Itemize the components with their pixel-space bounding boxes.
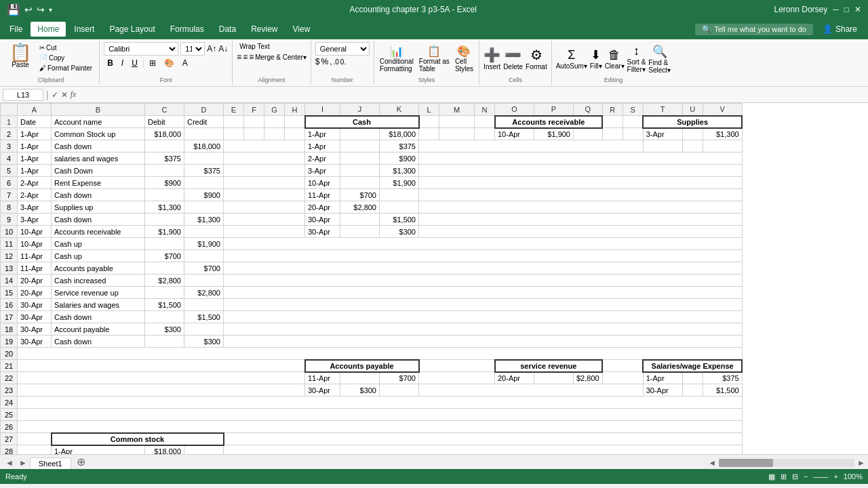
col-header-e[interactable]: E — [224, 104, 244, 116]
cell-b3[interactable]: Cash down — [52, 140, 145, 152]
col-header-j[interactable]: J — [340, 104, 380, 116]
fill-color-button[interactable]: 🎨 — [161, 57, 178, 69]
cell-s1[interactable] — [623, 116, 643, 128]
cell-d18[interactable] — [184, 323, 224, 336]
font-name-select[interactable]: Calibri — [104, 42, 178, 56]
cell-b7[interactable]: Cash down — [52, 189, 145, 201]
cell-v23[interactable]: $1,500 — [703, 384, 742, 396]
scroll-right-btn[interactable]: ► — [857, 458, 865, 468]
cell-d12[interactable] — [184, 250, 224, 262]
cell-g2[interactable] — [264, 128, 285, 140]
cell-c15[interactable] — [145, 287, 184, 299]
cell-a18[interactable]: 30-Apr — [18, 323, 52, 336]
col-header-g[interactable]: G — [264, 104, 285, 116]
cell-d15[interactable]: $2,800 — [184, 287, 224, 299]
cell-b2[interactable]: Common Stock up — [52, 128, 145, 140]
cell-i7[interactable]: 11-Apr — [305, 189, 340, 201]
cell-a3[interactable]: 1-Apr — [18, 140, 52, 152]
cell-d5[interactable]: $375 — [184, 165, 224, 177]
merge-center-btn[interactable]: Merge & Center▾ — [255, 54, 307, 61]
cell-k4[interactable]: $900 — [380, 152, 419, 165]
cell-i23[interactable]: 30-Apr — [305, 384, 340, 396]
row-num-18[interactable]: 18 — [1, 323, 18, 336]
font-size-select[interactable]: 11 — [180, 42, 205, 56]
view-layout-btn[interactable]: ⊞ — [781, 472, 787, 481]
cell-q2[interactable] — [574, 128, 603, 140]
cell-e2[interactable] — [224, 128, 244, 140]
zoom-slider[interactable]: —— — [813, 472, 828, 481]
cell-a9[interactable]: 3-Apr — [18, 214, 52, 226]
cell-j22[interactable] — [340, 372, 380, 384]
col-header-m[interactable]: M — [439, 104, 475, 116]
cell-b5[interactable]: Cash Down — [52, 165, 145, 177]
cell-p22[interactable] — [534, 372, 574, 384]
cell-d1[interactable]: Credit — [184, 116, 224, 128]
cell-l1[interactable] — [419, 116, 439, 128]
comma-btn[interactable]: , — [330, 57, 332, 66]
row-num-10[interactable]: 10 — [1, 226, 18, 238]
undo-btn[interactable]: ↩ — [24, 4, 33, 15]
name-box[interactable] — [3, 89, 43, 101]
cell-k6[interactable]: $1,900 — [380, 177, 419, 189]
cell-j10[interactable] — [340, 226, 380, 238]
cell-c12[interactable]: $700 — [145, 250, 184, 262]
cell-t23[interactable]: 30-Apr — [643, 384, 682, 396]
row-num-9[interactable]: 9 — [1, 214, 18, 226]
cell-d9[interactable]: $1,300 — [184, 214, 224, 226]
currency-btn[interactable]: $ — [315, 57, 320, 66]
cell-k7[interactable] — [380, 189, 419, 201]
cut-button[interactable]: ✂ Cut — [37, 43, 95, 52]
menu-item-data[interactable]: Data — [212, 22, 243, 37]
cell-f1[interactable] — [244, 116, 264, 128]
cell-k2[interactable]: $18,000 — [380, 128, 419, 140]
format-cells-btn[interactable]: ⚙ Format — [526, 47, 547, 70]
menu-item-insert[interactable]: Insert — [67, 22, 101, 37]
cell-i21-ap[interactable]: Accounts payable — [305, 360, 419, 372]
cell-r1[interactable] — [602, 116, 623, 128]
cell-h2[interactable] — [285, 128, 305, 140]
cell-a2[interactable]: 1-Apr — [18, 128, 52, 140]
sort-filter-btn[interactable]: ↕ Sort &Filter▾ — [627, 44, 646, 73]
menu-item-page-layout[interactable]: Page Layout — [102, 22, 161, 37]
cell-c8[interactable]: $1,300 — [145, 201, 184, 214]
row-num-22[interactable]: 22 — [1, 372, 18, 384]
font-color-button[interactable]: A — [179, 57, 191, 69]
share-btn[interactable]: 👤 Share — [814, 22, 865, 37]
cell-t2[interactable]: 3-Apr — [643, 128, 682, 140]
cell-c13[interactable] — [145, 262, 184, 274]
cell-u23[interactable] — [682, 384, 703, 396]
cell-c5[interactable] — [145, 165, 184, 177]
cell-b17[interactable]: Cash down — [52, 311, 145, 323]
row-num-11[interactable]: 11 — [1, 238, 18, 250]
cell-d19[interactable]: $300 — [184, 336, 224, 348]
col-header-q[interactable]: Q — [574, 104, 603, 116]
cell-a14[interactable]: 20-Apr — [18, 274, 52, 287]
cell-b28[interactable]: 1-Apr — [52, 445, 145, 455]
cell-c7[interactable] — [145, 189, 184, 201]
cell-b15[interactable]: Service revenue up — [52, 287, 145, 299]
cell-c14[interactable]: $2,800 — [145, 274, 184, 287]
col-header-i[interactable]: I — [305, 104, 340, 116]
cell-i22[interactable]: 11-Apr — [305, 372, 340, 384]
redo-btn[interactable]: ↪ — [37, 4, 45, 15]
row-num-19[interactable]: 19 — [1, 336, 18, 348]
row-num-28[interactable]: 28 — [1, 445, 18, 455]
cell-k22[interactable]: $700 — [380, 372, 419, 384]
cell-i3[interactable]: 1-Apr — [305, 140, 340, 152]
bold-button[interactable]: B — [104, 57, 117, 69]
decrease-font-btn[interactable]: A↓ — [218, 44, 228, 54]
cell-j7[interactable]: $700 — [340, 189, 380, 201]
nav-right-btn[interactable]: ► — [16, 457, 30, 469]
cell-b4[interactable]: salaries and wages — [52, 152, 145, 165]
cell-a1[interactable]: Date — [18, 116, 52, 128]
search-box[interactable]: 🔍 Tell me what you want to do — [695, 24, 813, 35]
row-num-21[interactable]: 21 — [1, 360, 18, 372]
cell-i1-cash[interactable]: Cash — [305, 116, 419, 128]
row-num-4[interactable]: 4 — [1, 152, 18, 165]
view-page-btn[interactable]: ⊟ — [792, 472, 798, 481]
cell-i2[interactable]: 1-Apr — [305, 128, 340, 140]
spreadsheet[interactable]: A B C D E F G H I J K L M N O P Q — [0, 103, 868, 454]
zoom-in-btn[interactable]: + — [833, 472, 837, 481]
cell-i4[interactable]: 2-Apr — [305, 152, 340, 165]
menu-item-home[interactable]: Home — [31, 22, 66, 37]
